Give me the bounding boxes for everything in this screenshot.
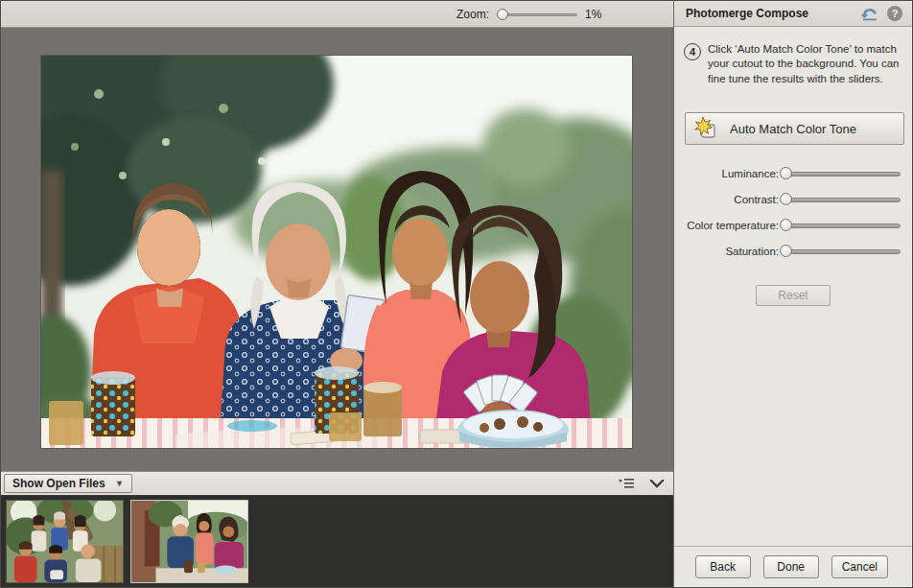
image-canvas[interactable] xyxy=(1,28,673,471)
photo-bin xyxy=(1,496,673,587)
color-temperature-slider-knob[interactable] xyxy=(780,219,792,231)
contrast-slider-track[interactable] xyxy=(785,198,901,202)
step-instruction: 4 Click ‘Auto Match Color Tone’ to match… xyxy=(674,27,912,86)
chevron-down-icon[interactable] xyxy=(650,480,664,488)
photo-bin-thumbnail-1[interactable] xyxy=(6,500,124,583)
panel-header: Photomerge Compose ? xyxy=(674,1,912,27)
step-number-badge: 4 xyxy=(684,43,701,60)
color-temperature-label: Color temperature: xyxy=(687,220,779,231)
zoom-slider[interactable] xyxy=(497,8,577,21)
done-button[interactable]: Done xyxy=(763,555,819,578)
back-button[interactable]: Back xyxy=(695,555,751,578)
saturation-label: Saturation: xyxy=(725,246,779,257)
cancel-button[interactable]: Cancel xyxy=(831,555,888,578)
panel-footer: Back Done Cancel xyxy=(674,546,912,587)
saturation-slider[interactable] xyxy=(780,245,901,258)
photo-bin-bar: Show Open Files ▼ xyxy=(1,471,673,496)
panel-menu-icon[interactable] xyxy=(618,478,635,489)
reset-button[interactable]: Reset xyxy=(756,285,831,306)
photo-bin-thumbnail-2[interactable] xyxy=(130,500,248,583)
instruction-text: Click ‘Auto Match Color Tone’ to match y… xyxy=(708,42,904,86)
contrast-slider[interactable] xyxy=(780,193,901,206)
color-temperature-slider-track[interactable] xyxy=(785,223,901,228)
zoom-value: 1% xyxy=(585,8,623,21)
dropdown-arrow-icon: ▼ xyxy=(115,479,124,488)
canvas-photo[interactable] xyxy=(41,56,632,448)
zoom-label: Zoom: xyxy=(456,8,489,21)
show-open-files-dropdown[interactable]: Show Open Files ▼ xyxy=(4,474,132,493)
adjustment-sliders: Luminance: Contrast: Color temperature: xyxy=(674,160,912,264)
auto-match-star-icon xyxy=(693,116,718,141)
saturation-slider-knob[interactable] xyxy=(780,245,792,257)
auto-match-color-tone-button[interactable]: Auto Match Color Tone xyxy=(685,112,904,145)
luminance-slider-track[interactable] xyxy=(785,172,901,176)
zoom-slider-knob[interactable] xyxy=(497,9,508,20)
auto-match-label: Auto Match Color Tone xyxy=(730,122,856,136)
color-temperature-slider[interactable] xyxy=(780,219,901,232)
panel-title: Photomerge Compose xyxy=(686,7,860,20)
luminance-slider[interactable] xyxy=(780,167,901,180)
contrast-label: Contrast: xyxy=(734,194,779,205)
saturation-slider-track[interactable] xyxy=(785,249,901,254)
family-photo-illustration xyxy=(41,56,632,448)
luminance-slider-knob[interactable] xyxy=(780,167,792,179)
dropdown-label: Show Open Files xyxy=(12,477,105,490)
photomerge-compose-window: Zoom: 1% xyxy=(0,0,913,588)
undo-icon[interactable] xyxy=(860,6,879,21)
help-icon[interactable]: ? xyxy=(887,6,902,21)
panel-body: 4 Click ‘Auto Match Color Tone’ to match… xyxy=(674,27,912,546)
photomerge-compose-panel: Photomerge Compose ? 4 Click ‘Auto Match… xyxy=(673,1,912,587)
luminance-label: Luminance: xyxy=(722,168,779,179)
contrast-slider-knob[interactable] xyxy=(780,193,792,205)
top-toolbar: Zoom: 1% xyxy=(1,1,673,28)
workspace-region: Zoom: 1% xyxy=(1,1,673,587)
zoom-slider-track[interactable] xyxy=(501,13,577,16)
